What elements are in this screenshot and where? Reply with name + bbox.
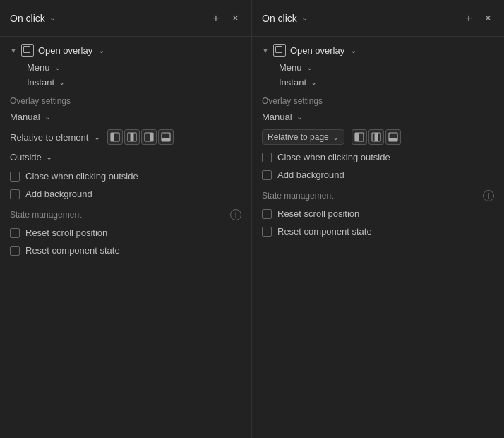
right-close-checkbox-row: Close when clicking outside (262, 152, 494, 162)
left-menu-row[interactable]: Menu ⌄ (27, 62, 241, 73)
left-manual-label: Manual (10, 112, 40, 122)
left-overlay-chevron-icon[interactable]: ⌄ (98, 46, 104, 55)
left-add-button[interactable]: + (210, 11, 222, 26)
left-state-management-label: State management (10, 210, 81, 220)
right-overlay-chevron-icon[interactable]: ⌄ (350, 46, 356, 55)
left-pos-icon-4[interactable] (158, 129, 174, 145)
svg-rect-9 (355, 133, 359, 141)
left-reset-component-row: Reset component state (10, 245, 241, 256)
left-reset-scroll-checkbox[interactable] (10, 228, 20, 238)
left-title-group: On click ⌄ (10, 13, 56, 24)
right-relative-dropdown[interactable]: Relative to page ⌄ (262, 129, 344, 145)
left-relative-label[interactable]: Relative to element (10, 132, 88, 143)
left-close-checkbox-row: Close when clicking outside (10, 171, 241, 182)
left-background-checkbox[interactable] (10, 189, 20, 199)
left-manual-row[interactable]: Manual ⌄ (10, 112, 241, 122)
right-close-checkbox[interactable] (262, 153, 272, 162)
left-pos-icon-2[interactable] (124, 129, 140, 145)
right-manual-label: Manual (262, 112, 292, 122)
left-expand-arrow-icon[interactable]: ▼ (10, 47, 17, 54)
right-overlay-icon (273, 44, 286, 57)
left-close-checkbox[interactable] (10, 172, 20, 182)
right-instant-label: Instant (279, 77, 306, 88)
right-info-icon[interactable]: i (483, 190, 494, 201)
left-instant-row[interactable]: Instant ⌄ (27, 77, 241, 88)
right-menu-label: Menu (279, 62, 302, 73)
right-relative-row: Relative to page ⌄ (262, 129, 494, 145)
left-pos-icon-1[interactable] (107, 129, 123, 145)
right-open-overlay-row: ▼ Open overlay ⌄ (262, 44, 494, 57)
left-position-icons (107, 129, 174, 145)
left-manual-chevron-icon: ⌄ (44, 112, 51, 122)
right-reset-scroll-checkbox[interactable] (262, 209, 272, 219)
left-panel-title: On click (10, 13, 45, 24)
right-reset-component-checkbox[interactable] (262, 227, 272, 237)
left-state-management-row: State management i (10, 209, 241, 220)
left-relative-row: Relative to element ⌄ (10, 129, 241, 145)
right-open-overlay-label[interactable]: Open overlay (290, 45, 344, 56)
right-menu-row[interactable]: Menu ⌄ (279, 62, 494, 73)
left-menu-chevron-icon: ⌄ (54, 63, 61, 72)
right-pos-icon-1[interactable] (352, 129, 367, 145)
left-overlay-icon (21, 44, 34, 57)
left-reset-scroll-row: Reset scroll position (10, 227, 241, 238)
right-pos-icon-3[interactable] (385, 129, 401, 145)
left-info-icon[interactable]: i (230, 209, 241, 220)
left-relative-chevron-icon[interactable]: ⌄ (94, 133, 100, 142)
svg-rect-3 (131, 133, 134, 141)
right-menu-chevron-icon: ⌄ (306, 63, 313, 72)
left-instant-chevron-icon: ⌄ (59, 78, 65, 87)
left-reset-component-label: Reset component state (25, 245, 120, 256)
left-title-chevron-icon[interactable]: ⌄ (49, 13, 56, 23)
right-panel-header: On click ⌄ + × (252, 0, 504, 37)
right-reset-component-label: Reset component state (277, 226, 372, 237)
left-header-actions: + × (210, 11, 241, 26)
right-instant-chevron-icon: ⌄ (311, 78, 317, 87)
right-manual-row[interactable]: Manual ⌄ (262, 112, 494, 122)
right-title-chevron-icon[interactable]: ⌄ (301, 13, 308, 23)
left-reset-scroll-label: Reset scroll position (25, 227, 107, 238)
left-panel-content: ▼ Open overlay ⌄ Menu ⌄ Instant ⌄ Overla… (0, 37, 251, 438)
left-pos-icon-3[interactable] (141, 129, 157, 145)
right-panel-content: ▼ Open overlay ⌄ Menu ⌄ Instant ⌄ Overla… (252, 37, 504, 438)
left-instant-label: Instant (27, 77, 54, 88)
right-add-button[interactable]: + (462, 11, 474, 26)
right-position-icons (352, 129, 401, 145)
right-expand-arrow-icon[interactable]: ▼ (262, 47, 269, 54)
left-open-overlay-row: ▼ Open overlay ⌄ (10, 44, 241, 57)
right-background-checkbox-label: Add background (277, 170, 344, 180)
right-reset-scroll-row: Reset scroll position (262, 208, 494, 219)
left-close-button[interactable]: × (229, 11, 241, 26)
right-panel-title: On click (262, 13, 297, 24)
right-background-checkbox-row: Add background (262, 170, 494, 180)
right-reset-component-row: Reset component state (262, 226, 494, 237)
left-background-checkbox-label: Add background (25, 189, 92, 199)
svg-rect-13 (389, 138, 397, 141)
left-background-checkbox-row: Add background (10, 189, 241, 199)
right-instant-row[interactable]: Instant ⌄ (279, 77, 494, 88)
left-outside-chevron-icon: ⌄ (46, 153, 52, 162)
right-pos-icon-2[interactable] (368, 129, 384, 145)
right-background-checkbox[interactable] (262, 170, 272, 180)
left-outside-row[interactable]: Outside ⌄ (10, 152, 241, 162)
svg-rect-11 (374, 133, 378, 141)
right-title-group: On click ⌄ (262, 13, 308, 24)
right-overlay-settings-heading: Overlay settings (262, 96, 494, 106)
right-state-management-label: State management (262, 191, 333, 201)
right-close-button[interactable]: × (482, 11, 494, 26)
svg-rect-7 (162, 138, 170, 141)
right-close-checkbox-label: Close when clicking outside (277, 152, 390, 162)
right-reset-scroll-label: Reset scroll position (277, 208, 359, 219)
left-overlay-settings-heading: Overlay settings (10, 96, 241, 106)
left-outside-label: Outside (10, 152, 42, 162)
svg-rect-5 (150, 133, 153, 141)
left-menu-label: Menu (27, 62, 50, 73)
right-panel: On click ⌄ + × ▼ Open overlay ⌄ Menu ⌄ I… (252, 0, 504, 438)
right-header-actions: + × (462, 11, 494, 26)
left-reset-component-checkbox[interactable] (10, 246, 20, 256)
svg-rect-1 (111, 133, 114, 141)
left-open-overlay-label[interactable]: Open overlay (38, 45, 92, 56)
right-manual-chevron-icon: ⌄ (296, 112, 303, 122)
left-panel: On click ⌄ + × ▼ Open overlay ⌄ Menu ⌄ I… (0, 0, 252, 438)
right-relative-label: Relative to page (268, 132, 329, 142)
